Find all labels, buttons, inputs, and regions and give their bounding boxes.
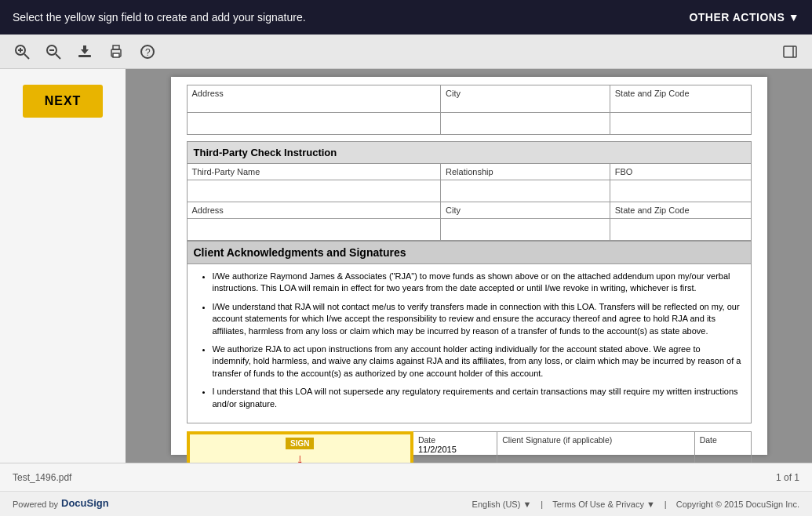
- ack-bullet-2: I/We understand that RJA will not contac…: [213, 301, 741, 337]
- svg-text:?: ?: [145, 47, 151, 58]
- ack-bullet-3: We authorize RJA to act upon instruction…: [213, 343, 741, 380]
- fbo-label: FBO: [610, 164, 751, 180]
- other-actions-button[interactable]: OTHER ACTIONS ▼: [689, 11, 799, 24]
- date-value-1: 11/2/2015: [418, 445, 492, 454]
- docusign-logo-svg: DocuSign: [61, 496, 124, 510]
- copyright: Copyright © 2015 DocuSign Inc.: [676, 500, 799, 509]
- svg-text:DocuSign: DocuSign: [61, 497, 109, 509]
- city-label: City: [441, 85, 610, 113]
- help-button[interactable]: ?: [135, 41, 160, 63]
- powered-by-text: Powered by: [13, 500, 58, 509]
- status-bar: Test_1496.pdf 1 of 1: [0, 463, 812, 491]
- zoom-in-icon: [14, 44, 30, 60]
- sign-arrow-icon: ↓: [297, 451, 304, 463]
- svg-rect-7: [78, 55, 91, 57]
- ack-box: I/We authorize Raymond James & Associate…: [187, 263, 752, 423]
- footer-links: English (US) ▼ | Terms Of Use & Privacy …: [472, 500, 799, 509]
- svg-line-1: [24, 54, 29, 59]
- date-label-1: Date: [418, 435, 492, 445]
- svg-rect-12: [113, 53, 119, 57]
- sign-field-cell[interactable]: SIGN ↓: [188, 432, 413, 463]
- docusign-logo: DocuSign: [61, 496, 124, 512]
- toolbar: ?: [0, 35, 812, 69]
- zoom-out-icon: [46, 44, 61, 60]
- third-party-name-label: Third-Party Name: [187, 164, 441, 180]
- client-sig2-label: Client Signature (if applicable): [502, 435, 689, 445]
- svg-rect-11: [113, 45, 119, 49]
- help-icon: ?: [140, 44, 155, 60]
- main-area: NEXT Address City State and Zip Code: [0, 69, 812, 463]
- language-selector[interactable]: English (US) ▼: [472, 500, 532, 509]
- print-button[interactable]: [104, 41, 129, 63]
- date-label-2: Date: [700, 435, 746, 445]
- ack-bullet-4: I understand that this LOA will not supe…: [213, 386, 741, 410]
- instruction-text: Select the yellow sign field to create a…: [13, 11, 306, 24]
- state-zip-label: State and Zip Code: [610, 85, 751, 113]
- print-icon: [108, 44, 124, 60]
- footer: Powered by DocuSign English (US) ▼ | Ter…: [0, 491, 812, 516]
- sign-button-label[interactable]: SIGN: [286, 438, 314, 449]
- third-party-section-header: Third-Party Check Instruction: [187, 142, 751, 164]
- document-area: Address City State and Zip Code Third-Pa…: [126, 69, 812, 463]
- svg-rect-9: [83, 45, 86, 51]
- download-icon: [77, 44, 93, 60]
- top-bar: Select the yellow sign field to create a…: [0, 0, 812, 35]
- address-label: Address: [187, 85, 441, 113]
- download-button[interactable]: [72, 41, 97, 63]
- zoom-out-button[interactable]: [41, 41, 66, 63]
- powered-by: Powered by DocuSign: [13, 496, 124, 512]
- divider-2: |: [665, 500, 667, 509]
- sidebar: NEXT: [0, 69, 126, 463]
- svg-rect-15: [784, 46, 796, 57]
- filename: Test_1496.pdf: [13, 472, 776, 483]
- svg-line-5: [56, 54, 60, 59]
- ack-header: Client Acknowledgments and Signatures: [187, 241, 752, 263]
- relationship-label: Relationship: [441, 164, 610, 180]
- page-count: 1 of 1: [776, 472, 799, 483]
- ack-bullet-1: I/We authorize Raymond James & Associate…: [213, 271, 741, 295]
- sign-field[interactable]: SIGN ↓: [188, 433, 412, 463]
- terms-link[interactable]: Terms Of Use & Privacy ▼: [552, 500, 655, 509]
- sidebar-icon: [782, 44, 798, 60]
- address2-label: Address: [187, 202, 441, 219]
- document-page: Address City State and Zip Code Third-Pa…: [171, 77, 767, 455]
- next-button[interactable]: NEXT: [23, 85, 104, 118]
- sidebar-toggle-button[interactable]: [777, 41, 803, 63]
- state-zip2-label: State and Zip Code: [610, 202, 751, 219]
- signature-table: SIGN ↓ Date 11/2/2015 Client Signature (…: [187, 431, 752, 463]
- city2-label: City: [441, 202, 610, 219]
- divider-1: |: [541, 500, 543, 509]
- zoom-in-button[interactable]: [9, 41, 35, 63]
